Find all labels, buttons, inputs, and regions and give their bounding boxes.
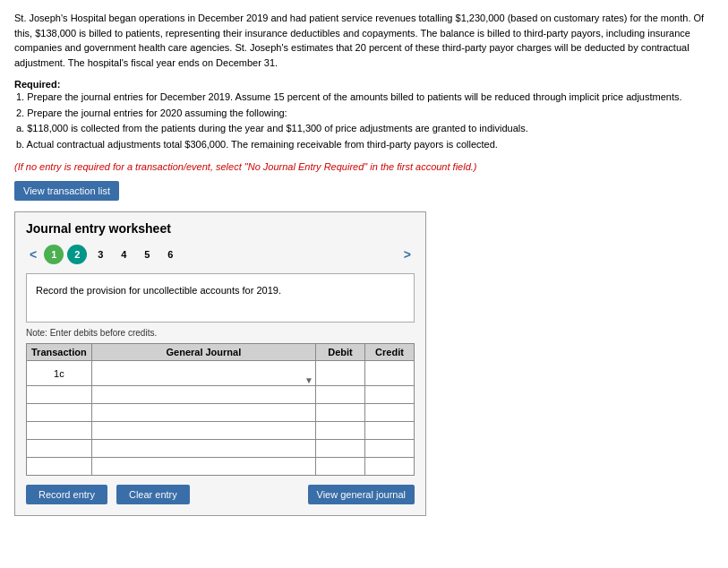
debit-cell[interactable] bbox=[316, 361, 365, 386]
instruction-box: Record the provision for uncollectible a… bbox=[26, 273, 415, 323]
credit-cell[interactable] bbox=[365, 458, 415, 476]
table-row bbox=[27, 386, 415, 404]
debit-input[interactable] bbox=[316, 424, 364, 438]
col-header-credit: Credit bbox=[365, 344, 415, 361]
credit-cell[interactable] bbox=[365, 361, 415, 386]
general-journal-cell[interactable] bbox=[91, 386, 315, 404]
general-journal-cell[interactable] bbox=[91, 440, 315, 458]
debit-input[interactable] bbox=[316, 388, 364, 402]
general-journal-input[interactable] bbox=[92, 388, 315, 402]
general-journal-input[interactable] bbox=[92, 361, 315, 375]
debit-cell[interactable] bbox=[316, 440, 365, 458]
table-row bbox=[27, 440, 415, 458]
tab-navigation: < 1 2 3 4 5 6 > bbox=[26, 245, 415, 264]
journal-worksheet: Journal entry worksheet < 1 2 3 4 5 6 > … bbox=[14, 211, 426, 516]
debit-input[interactable] bbox=[316, 460, 364, 474]
view-transaction-list-button[interactable]: View transaction list bbox=[14, 181, 119, 201]
table-row bbox=[27, 458, 415, 476]
general-journal-input[interactable] bbox=[92, 406, 315, 420]
general-journal-input[interactable] bbox=[92, 460, 315, 474]
italic-note: (If no entry is required for a transacti… bbox=[14, 161, 714, 172]
transaction-cell bbox=[27, 404, 92, 422]
credit-cell[interactable] bbox=[365, 440, 415, 458]
action-buttons: Record entry Clear entry View general jo… bbox=[26, 485, 415, 504]
table-row bbox=[27, 422, 415, 440]
general-journal-input[interactable] bbox=[92, 424, 315, 438]
col-header-transaction: Transaction bbox=[27, 344, 92, 361]
table-row bbox=[27, 404, 415, 422]
credit-input[interactable] bbox=[365, 366, 414, 381]
col-header-general-journal: General Journal bbox=[91, 344, 315, 361]
required-item-2: 2. Prepare the journal entries for 2020 … bbox=[16, 106, 714, 122]
col-header-debit: Debit bbox=[316, 344, 365, 361]
credit-input[interactable] bbox=[365, 442, 414, 456]
required-item-3: a. $118,000 is collected from the patien… bbox=[16, 121, 714, 137]
required-list: 1. Prepare the journal entries for Decem… bbox=[16, 90, 714, 152]
general-journal-cell[interactable] bbox=[91, 422, 315, 440]
tab-5[interactable]: 5 bbox=[137, 245, 157, 264]
general-journal-input[interactable] bbox=[92, 442, 315, 456]
credit-input[interactable] bbox=[365, 424, 414, 438]
transaction-cell bbox=[27, 386, 92, 404]
debit-input[interactable] bbox=[316, 366, 364, 381]
debit-cell[interactable] bbox=[316, 386, 365, 404]
intro-paragraph: St. Joseph's Hospital began operations i… bbox=[14, 11, 714, 70]
note-text: Note: Enter debits before credits. bbox=[26, 328, 415, 338]
table-row: 1c▼ bbox=[27, 361, 415, 386]
transaction-cell bbox=[27, 422, 92, 440]
tab-2[interactable]: 2 bbox=[67, 245, 87, 264]
prev-tab-button[interactable]: < bbox=[26, 247, 40, 262]
credit-cell[interactable] bbox=[365, 404, 415, 422]
transaction-cell bbox=[27, 458, 92, 476]
credit-input[interactable] bbox=[365, 460, 414, 474]
clear-entry-button[interactable]: Clear entry bbox=[116, 485, 190, 504]
debit-input[interactable] bbox=[316, 442, 364, 456]
transaction-cell: 1c bbox=[27, 361, 92, 386]
credit-cell[interactable] bbox=[365, 422, 415, 440]
dropdown-arrow-icon: ▼ bbox=[304, 375, 313, 385]
credit-input[interactable] bbox=[365, 388, 414, 402]
debit-cell[interactable] bbox=[316, 458, 365, 476]
tab-4[interactable]: 4 bbox=[114, 245, 133, 264]
required-title: Required: bbox=[14, 79, 714, 90]
debit-input[interactable] bbox=[316, 406, 364, 420]
general-journal-cell[interactable]: ▼ bbox=[91, 361, 315, 386]
worksheet-title: Journal entry worksheet bbox=[26, 221, 415, 236]
required-item-1: 1. Prepare the journal entries for Decem… bbox=[16, 90, 714, 106]
journal-table: Transaction General Journal Debit Credit… bbox=[26, 343, 415, 476]
tab-6[interactable]: 6 bbox=[160, 245, 180, 264]
next-tab-button[interactable]: > bbox=[400, 247, 415, 262]
tab-1[interactable]: 1 bbox=[44, 245, 64, 264]
required-section: Required: 1. Prepare the journal entries… bbox=[14, 79, 714, 152]
transaction-cell bbox=[27, 440, 92, 458]
view-general-journal-button[interactable]: View general journal bbox=[308, 485, 415, 504]
credit-cell[interactable] bbox=[365, 386, 415, 404]
required-item-4: b. Actual contractual adjustments total … bbox=[16, 137, 714, 153]
debit-cell[interactable] bbox=[316, 404, 365, 422]
debit-cell[interactable] bbox=[316, 422, 365, 440]
credit-input[interactable] bbox=[365, 406, 414, 420]
tab-3[interactable]: 3 bbox=[90, 245, 110, 264]
general-journal-cell[interactable] bbox=[91, 458, 315, 476]
general-journal-cell[interactable] bbox=[91, 404, 315, 422]
record-entry-button[interactable]: Record entry bbox=[26, 485, 107, 504]
